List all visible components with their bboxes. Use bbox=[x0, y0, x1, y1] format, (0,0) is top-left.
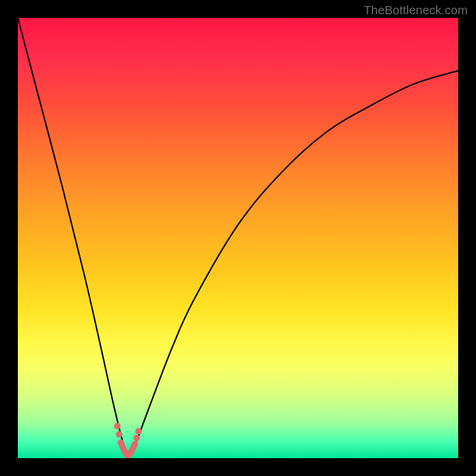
curve-right-branch bbox=[128, 71, 458, 458]
bottleneck-curve bbox=[18, 18, 458, 458]
trough-marker-dot bbox=[116, 431, 123, 438]
chart-plot-area bbox=[18, 18, 458, 458]
curve-left-branch bbox=[18, 18, 128, 458]
trough-highlight bbox=[121, 443, 135, 455]
trough-markers bbox=[114, 422, 142, 447]
trough-marker-dot bbox=[118, 440, 124, 446]
trough-marker-dot bbox=[131, 441, 138, 447]
trough-marker-dot bbox=[133, 434, 140, 441]
trough-marker-dot bbox=[135, 428, 142, 434]
trough-marker-dot bbox=[114, 422, 121, 429]
watermark-text: TheBottleneck.com bbox=[364, 4, 468, 17]
